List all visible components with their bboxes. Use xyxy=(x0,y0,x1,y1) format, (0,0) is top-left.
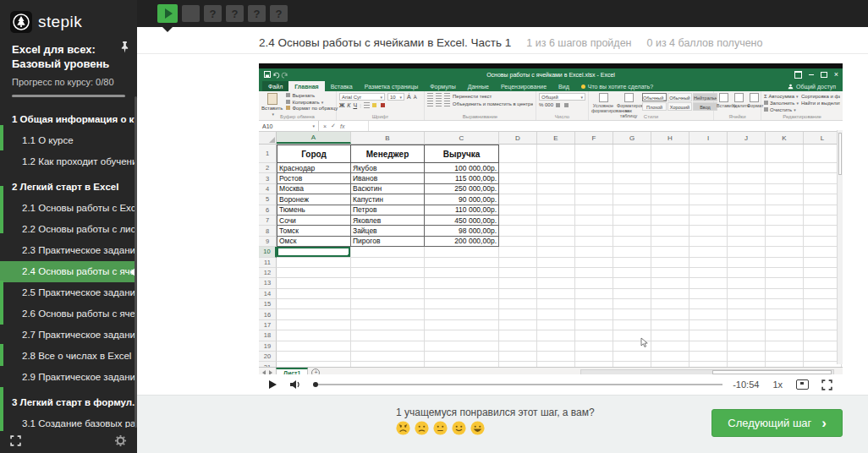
cell-D7[interactable] xyxy=(499,216,537,226)
cell-C11[interactable] xyxy=(425,258,499,268)
cell-B2[interactable]: Якубов xyxy=(351,163,425,173)
cell-K3[interactable] xyxy=(766,173,804,183)
cell-G9[interactable] xyxy=(613,237,651,247)
fill-button[interactable]: Заполнить▾ xyxy=(764,100,799,106)
column-header-K[interactable]: K xyxy=(766,132,804,144)
align-left-icon[interactable] xyxy=(427,101,433,106)
cell-G10[interactable] xyxy=(613,247,651,257)
cell-D10[interactable] xyxy=(499,247,537,257)
row-header-11[interactable]: 11 xyxy=(259,258,277,268)
cell-K10[interactable] xyxy=(766,247,804,257)
cell-F5[interactable] xyxy=(575,194,613,205)
settings-gear-icon[interactable] xyxy=(114,434,127,447)
step-question[interactable]: ? xyxy=(248,5,266,22)
cell-B1[interactable]: Менеджер xyxy=(351,145,425,163)
underline-button[interactable]: Ч xyxy=(353,102,357,108)
align-bottom-icon[interactable] xyxy=(444,93,450,99)
sidebar-section[interactable]: 2 Легкий старт в Excel xyxy=(0,177,137,198)
cell-F6[interactable] xyxy=(575,205,613,216)
cell-J10[interactable] xyxy=(728,247,766,257)
decimal-increase-icon[interactable] xyxy=(556,103,560,107)
cell-B8[interactable]: Зайцев xyxy=(351,226,425,236)
row-header-2[interactable]: 2 xyxy=(259,163,277,173)
cell-A5[interactable]: Воронеж xyxy=(277,194,351,205)
cell-F10[interactable] xyxy=(575,247,613,257)
cell-K19[interactable] xyxy=(766,341,804,352)
cell-J12[interactable] xyxy=(728,268,766,278)
cell-E15[interactable] xyxy=(537,299,575,309)
cell-F15[interactable] xyxy=(575,299,613,309)
cell-G15[interactable] xyxy=(613,299,651,309)
cell-E12[interactable] xyxy=(537,268,575,278)
align-middle-icon[interactable] xyxy=(436,93,442,99)
name-box[interactable]: A10▾ xyxy=(259,121,319,131)
column-header-F[interactable]: F xyxy=(575,132,613,144)
borders-icon[interactable] xyxy=(364,102,370,108)
cell-J2[interactable] xyxy=(728,163,766,173)
cell-F4[interactable] xyxy=(575,184,613,194)
cell-F9[interactable] xyxy=(575,237,613,247)
sidebar-item[interactable]: 2.1 Основы работы с Excel xyxy=(0,198,137,219)
column-header-B[interactable]: B xyxy=(351,132,425,144)
cell-D17[interactable] xyxy=(499,320,537,330)
cell-B3[interactable]: Иванов xyxy=(351,173,425,183)
sidebar-item[interactable]: 2.7 Практическое задание xyxy=(0,325,137,346)
cell-G8[interactable] xyxy=(613,226,651,236)
sidebar-item[interactable]: 2.6 Основы работы с ячей... xyxy=(0,303,137,325)
cell-K15[interactable] xyxy=(766,299,804,309)
row-header-20[interactable]: 20 xyxy=(259,352,277,362)
tab-active[interactable]: Главная xyxy=(288,81,324,91)
cell-D4[interactable] xyxy=(499,184,537,194)
sidebar-section[interactable]: 3 Легкий старт в формул... xyxy=(0,392,137,413)
cell-D8[interactable] xyxy=(499,226,537,236)
cell-I9[interactable] xyxy=(689,237,728,247)
step-question[interactable]: ? xyxy=(204,5,222,22)
video-frame[interactable]: Основы работы с ячейками в Excel.xlsx - … xyxy=(259,63,843,374)
column-header-C[interactable]: C xyxy=(425,132,499,144)
cell-K7[interactable] xyxy=(766,216,804,226)
cell-H20[interactable] xyxy=(651,352,689,362)
cell-C18[interactable] xyxy=(425,330,499,341)
sidebar-item[interactable]: 2.2 Основы работы с лист... xyxy=(0,219,137,240)
cell-F8[interactable] xyxy=(575,226,613,236)
cell-E20[interactable] xyxy=(537,352,575,362)
cell-J6[interactable] xyxy=(728,205,766,216)
cell-E14[interactable] xyxy=(537,289,575,299)
cell-H5[interactable] xyxy=(651,194,689,205)
cell-I6[interactable] xyxy=(689,205,728,216)
cell-B6[interactable]: Петров xyxy=(351,205,425,216)
cell-F20[interactable] xyxy=(575,352,613,362)
sidebar-item[interactable]: 2.9 Практическое задание xyxy=(0,367,137,388)
formula-input[interactable] xyxy=(369,121,843,131)
cell-K14[interactable] xyxy=(766,289,804,299)
cell-E13[interactable] xyxy=(537,278,575,288)
cell-G6[interactable] xyxy=(613,205,651,216)
cell-E10[interactable] xyxy=(537,247,575,257)
cell-C8[interactable]: 98 000,00р. xyxy=(425,226,499,236)
row-header-4[interactable]: 4 xyxy=(259,184,277,194)
step-question[interactable]: ? xyxy=(270,5,288,22)
cell-E9[interactable] xyxy=(537,237,575,247)
cell-A13[interactable] xyxy=(277,278,351,288)
cell-E11[interactable] xyxy=(537,258,575,268)
cell-J20[interactable] xyxy=(728,352,766,362)
cell-F1[interactable] xyxy=(575,145,613,163)
ribbon-options-icon[interactable] xyxy=(794,71,802,79)
column-header-H[interactable]: H xyxy=(651,132,689,144)
font-size-dropdown[interactable]: 10▾ xyxy=(387,93,404,101)
cell-J7[interactable] xyxy=(728,216,766,226)
share-button[interactable]: Общий доступ xyxy=(788,81,843,91)
cell-H8[interactable] xyxy=(651,226,689,236)
format-cells-button[interactable]: Формат xyxy=(747,93,761,108)
cell-A12[interactable] xyxy=(277,268,351,278)
cell-C4[interactable]: 250 000,00р. xyxy=(425,184,499,194)
cell-J9[interactable] xyxy=(728,237,766,247)
cell-B10[interactable] xyxy=(351,247,425,257)
cell-E16[interactable] xyxy=(537,309,575,319)
cell-B5[interactable]: Капустин xyxy=(351,194,425,205)
emoji-laugh-icon[interactable] xyxy=(470,421,485,435)
cell-D20[interactable] xyxy=(499,352,537,362)
cell-A3[interactable]: Ростов xyxy=(277,173,351,183)
step-question[interactable]: ? xyxy=(226,5,244,22)
merge-center-button[interactable]: Объединить и поместить в центре xyxy=(453,101,533,106)
